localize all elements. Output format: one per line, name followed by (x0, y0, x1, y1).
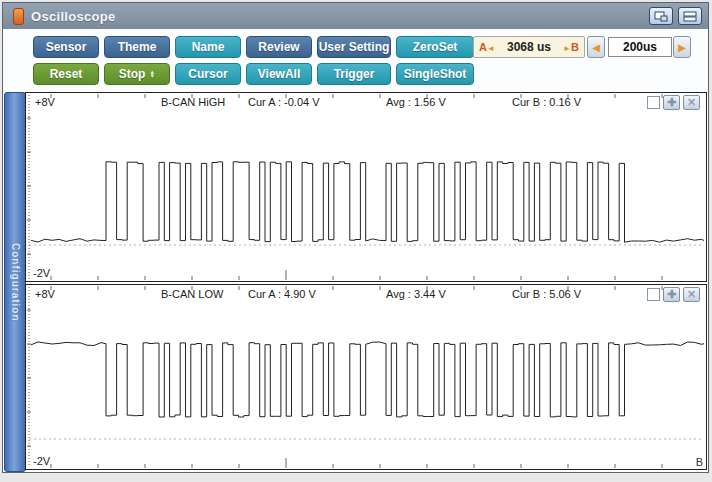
scale-bottom-label: -2V (33, 267, 50, 279)
scale-top-label: +8V (35, 96, 55, 108)
close-channel-button[interactable]: ✕ (683, 95, 700, 110)
close-icon: ✕ (687, 97, 696, 108)
configuration-tab[interactable]: Configuration (4, 92, 26, 472)
channel-checkbox[interactable] (647, 96, 660, 109)
windows-icon (654, 11, 668, 22)
channel-name: B-CAN LOW (161, 288, 223, 300)
scale-bottom-label: -2V (33, 455, 50, 467)
window-restore-button[interactable] (649, 7, 673, 25)
sensor-button[interactable]: Sensor (33, 36, 99, 58)
channel-checkbox[interactable] (647, 288, 660, 301)
waveform-plot-low (26, 285, 706, 469)
cursor-a-value: Cur A : 4.90 V (248, 288, 316, 300)
stacked-bars-icon (683, 11, 697, 22)
oscilloscope-window: Oscilloscope Sensor (2, 2, 709, 473)
waveform-panel-bcan-low: +8V B-CAN LOW Cur A : 4.90 V Avg : 3.44 … (25, 284, 707, 470)
screen: Oscilloscope Sensor (0, 0, 712, 482)
trigger-button[interactable]: Trigger (317, 63, 391, 85)
cursor-b-marker: B (696, 456, 703, 468)
plus-icon: ✚ (667, 97, 676, 108)
average-value: Avg : 1.56 V (386, 96, 446, 108)
stop-button[interactable]: Stop ▲▼ (104, 63, 170, 85)
configuration-tab-label: Configuration (10, 243, 21, 322)
cursor-b-value: Cur B : 5.06 V (512, 288, 581, 300)
scale-top-label: +8V (35, 288, 55, 300)
zoom-in-button[interactable]: ✚ (663, 287, 680, 302)
cursor-a-label: A (479, 41, 487, 53)
cursor-b-arrow-icon: ► (563, 44, 571, 53)
titlebar: Oscilloscope (3, 3, 708, 29)
channel-name: B-CAN HiGH (161, 96, 225, 108)
toolbar: Sensor Theme Name Review User Setting Ze… (3, 29, 708, 91)
plus-icon: ✚ (667, 289, 676, 300)
zeroset-button[interactable]: ZeroSet (396, 36, 474, 58)
cursor-a-arrow-icon: ◄ (487, 44, 495, 53)
stop-spinner-icon: ▲▼ (149, 70, 155, 78)
left-arrow-icon: ◀ (592, 42, 600, 53)
right-arrow-icon: ▶ (678, 42, 686, 53)
window-title: Oscilloscope (31, 9, 116, 24)
cursor-b-label: B (571, 41, 579, 53)
viewall-button[interactable]: ViewAll (246, 63, 312, 85)
app-icon (13, 8, 24, 25)
zoom-in-button[interactable]: ✚ (663, 95, 680, 110)
reset-button[interactable]: Reset (33, 63, 99, 85)
timebase-decrease-button[interactable]: ◀ (587, 36, 605, 58)
name-button[interactable]: Name (175, 36, 241, 58)
cursor-ab-readout[interactable]: A◄ 3068 us ►B (473, 36, 585, 58)
average-value: Avg : 3.44 V (386, 288, 446, 300)
review-button[interactable]: Review (246, 36, 312, 58)
close-icon: ✕ (687, 289, 696, 300)
theme-button[interactable]: Theme (104, 36, 170, 58)
user-setting-button[interactable]: User Setting (317, 36, 391, 58)
waveform-plot-high (26, 93, 706, 281)
ab-time-value: 3068 us (507, 40, 551, 54)
toolbar-buttons: Sensor Theme Name Review User Setting Ze… (33, 36, 474, 85)
timebase-value: 200us (608, 37, 672, 57)
window-layout-button[interactable] (678, 7, 702, 25)
waveform-panel-bcan-high: +8V B-CAN HiGH Cur A : -0.04 V Avg : 1.5… (25, 92, 707, 282)
cursor-a-value: Cur A : -0.04 V (248, 96, 320, 108)
cursor-b-value: Cur B : 0.16 V (512, 96, 581, 108)
timebase-increase-button[interactable]: ▶ (673, 36, 691, 58)
singleshot-button[interactable]: SingleShot (396, 63, 474, 85)
close-channel-button[interactable]: ✕ (683, 287, 700, 302)
cursor-button[interactable]: Cursor (175, 63, 241, 85)
